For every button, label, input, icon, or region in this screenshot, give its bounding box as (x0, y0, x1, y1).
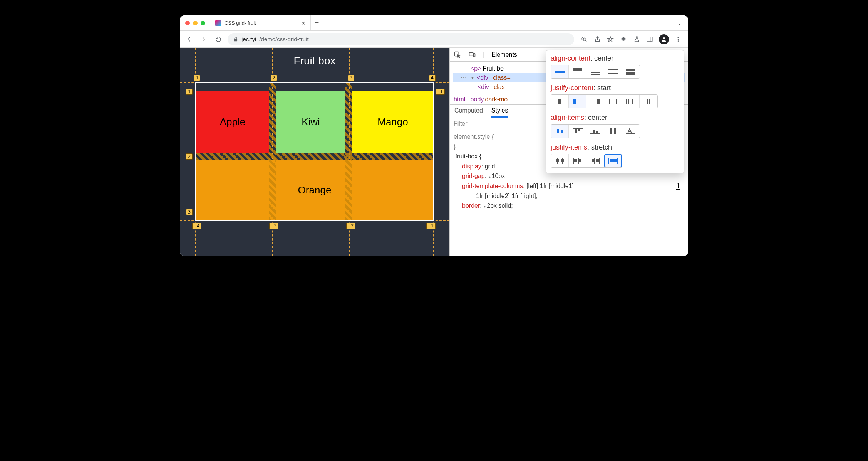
device-icon[interactable] (468, 51, 476, 59)
svg-rect-60 (608, 158, 609, 164)
svg-rect-29 (628, 99, 629, 104)
grid-editor-option[interactable] (569, 65, 586, 78)
svg-rect-23 (575, 99, 576, 104)
svg-rect-17 (608, 73, 618, 74)
svg-rect-18 (626, 69, 635, 71)
extensions-icon[interactable] (620, 35, 627, 43)
svg-rect-57 (599, 158, 600, 164)
labs-icon[interactable] (633, 35, 640, 43)
tab-title: CSS grid- fruit (225, 20, 256, 26)
grid-editor-option[interactable] (586, 95, 604, 108)
reload-button[interactable] (213, 34, 224, 45)
favicon (215, 20, 221, 26)
grid-editor-option[interactable] (551, 95, 569, 108)
grid-editor-option[interactable] (622, 95, 640, 108)
grid-editor-option[interactable] (586, 154, 604, 167)
tabs-dropdown-button[interactable]: ⌄ (671, 19, 688, 27)
browser-window: CSS grid- fruit ✕ + ⌄ jec.fyi/demo/css-g… (180, 15, 688, 256)
svg-rect-21 (560, 99, 561, 104)
grid-cell-kiwi: Kiwi (276, 91, 345, 153)
grid-cell-apple: Apple (196, 91, 269, 153)
grid-editor-option[interactable] (569, 95, 586, 108)
grid-editor-option[interactable] (586, 125, 604, 138)
back-button[interactable] (184, 34, 194, 45)
col-line-tag: -4 (192, 223, 201, 229)
grid-editor-option[interactable] (569, 125, 586, 138)
tab-computed[interactable]: Computed (454, 107, 483, 118)
svg-rect-50 (556, 159, 559, 162)
maximize-window-button[interactable] (201, 21, 205, 25)
svg-rect-52 (573, 158, 574, 164)
menu-icon[interactable] (674, 35, 682, 43)
svg-rect-15 (591, 74, 600, 75)
tab-elements[interactable]: Elements (491, 51, 517, 58)
url-host: jec.fyi (241, 36, 256, 42)
source-link[interactable]: 1 (676, 180, 680, 190)
svg-rect-37 (557, 129, 559, 133)
grid-editor-option[interactable] (604, 154, 622, 167)
grid-editor-option[interactable] (551, 125, 569, 138)
inspect-icon[interactable] (454, 51, 461, 59)
content-area: Fruit box Apple Kiwi Mango Orange (180, 48, 688, 256)
svg-rect-27 (616, 99, 617, 104)
col-line-tag: -1 (426, 223, 436, 229)
row-line-tag: 2 (186, 153, 193, 160)
col-line-tag: 4 (429, 75, 436, 81)
svg-rect-36 (555, 131, 565, 131)
svg-rect-53 (578, 158, 579, 164)
svg-rect-12 (573, 70, 582, 71)
tab-close-button[interactable]: ✕ (301, 20, 306, 26)
grid-editor-option[interactable] (551, 154, 569, 167)
svg-rect-43 (593, 130, 595, 134)
svg-rect-55 (579, 159, 581, 162)
grid-editor-option[interactable] (551, 65, 569, 78)
bookmark-icon[interactable] (607, 35, 614, 43)
grid-editor-option[interactable] (640, 95, 657, 108)
svg-rect-14 (591, 72, 600, 73)
browser-tab[interactable]: CSS grid- fruit ✕ (211, 15, 311, 30)
forward-button[interactable] (198, 34, 209, 45)
minimize-window-button[interactable] (193, 21, 198, 25)
grid-editor-option[interactable] (622, 125, 640, 138)
svg-rect-30 (632, 99, 633, 104)
col-line-tag: -3 (269, 223, 278, 229)
svg-rect-7 (469, 52, 473, 56)
row-line-tag: 3 (186, 209, 193, 215)
svg-rect-39 (573, 128, 583, 129)
tab-styles[interactable]: Styles (491, 107, 508, 118)
lock-icon (233, 37, 238, 42)
zoom-icon[interactable] (580, 35, 588, 43)
share-icon[interactable] (593, 35, 601, 43)
svg-rect-62 (610, 159, 613, 162)
titlebar: CSS grid- fruit ✕ + ⌄ (180, 15, 688, 31)
svg-rect-16 (608, 69, 618, 70)
grid-editor-option[interactable] (569, 154, 586, 167)
svg-rect-51 (561, 159, 564, 162)
close-window-button[interactable] (185, 21, 190, 25)
row-line-tag: -1 (436, 89, 445, 95)
grid-editor-option[interactable] (604, 65, 622, 78)
grid-editor-option[interactable] (622, 65, 640, 78)
grid-editor-option[interactable] (604, 95, 622, 108)
rendered-page: Fruit box Apple Kiwi Mango Orange (180, 48, 449, 256)
svg-rect-26 (609, 99, 610, 104)
url-path: /demo/css-grid-fruit (259, 36, 308, 42)
profile-avatar[interactable] (659, 34, 669, 44)
svg-rect-33 (647, 99, 648, 104)
svg-rect-56 (594, 158, 595, 164)
svg-rect-22 (573, 99, 575, 104)
svg-rect-58 (592, 159, 594, 162)
svg-rect-31 (635, 99, 635, 104)
new-tab-button[interactable]: + (311, 19, 323, 27)
svg-rect-40 (575, 128, 577, 133)
address-bar[interactable]: jec.fyi/demo/css-grid-fruit (228, 33, 574, 45)
toolbar-right (578, 34, 684, 44)
panel-icon[interactable] (646, 35, 654, 43)
svg-rect-41 (578, 128, 580, 131)
toolbar: jec.fyi/demo/css-grid-fruit (180, 31, 688, 48)
window-controls (180, 21, 211, 25)
grid-editor-option[interactable] (604, 125, 622, 138)
col-line-tag: 2 (271, 75, 277, 81)
grid-editor-option[interactable] (586, 65, 604, 78)
svg-rect-46 (614, 128, 616, 134)
